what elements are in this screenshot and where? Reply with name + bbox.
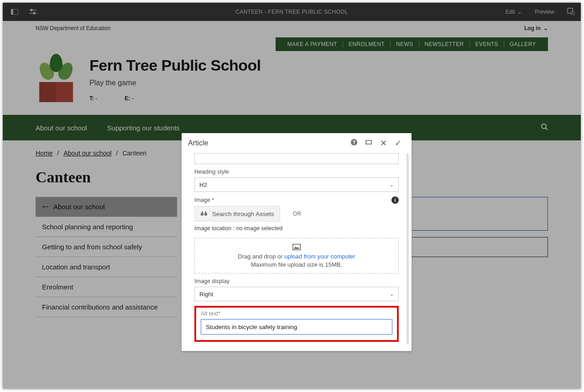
or-label: OR — [293, 211, 301, 217]
school-tagline: Play the game — [89, 79, 261, 87]
alt-text-label: Alt text* — [201, 310, 392, 317]
svg-rect-17 — [205, 211, 206, 213]
side-nav-item[interactable]: Financial contributions and assistance — [36, 297, 177, 317]
login-link[interactable]: Log in ⌄ — [524, 25, 548, 31]
side-nav-item[interactable]: Location and transport — [36, 257, 177, 277]
image-dropzone[interactable]: Drag and drop or upload from your comput… — [194, 238, 399, 273]
preview-button[interactable]: Preview — [535, 9, 554, 15]
svg-marker-19 — [294, 247, 299, 249]
search-icon[interactable] — [541, 123, 548, 133]
svg-point-9 — [542, 124, 546, 129]
drop-sub: Maximum file upload size is 15MB. — [251, 261, 342, 268]
search-assets-button[interactable]: Search through Assets — [194, 206, 280, 222]
chevron-down-icon: ⌄ — [543, 25, 548, 31]
svg-line-10 — [546, 128, 548, 130]
image-location-text: Image location : no image selected — [194, 225, 399, 232]
chevron-down-icon: ⌄ — [517, 9, 522, 15]
chevron-down-icon: ⌄ — [390, 182, 394, 188]
article-dialog: Article ? ✕ ✓ Heading style H2 ⌄ Image *… — [182, 133, 412, 351]
help-icon[interactable]: ? — [347, 139, 361, 148]
side-nav-item[interactable]: Enrolment — [36, 277, 177, 297]
title-input[interactable] — [194, 153, 399, 164]
quick-link[interactable]: EVENTS — [470, 41, 504, 47]
svg-point-3 — [31, 9, 32, 11]
phone: T: - — [89, 95, 97, 102]
crumb-current: Canteen — [122, 150, 146, 157]
quick-link[interactable]: NEWSLETTER — [419, 41, 470, 47]
select-value: Right — [199, 291, 213, 298]
edit-mode-dropdown[interactable]: Edit ⌄ — [506, 9, 522, 15]
image-display-label: Image display — [194, 278, 399, 284]
sliders-icon[interactable] — [27, 6, 38, 17]
arrow-left-icon: 🡐 — [42, 203, 49, 211]
edit-label: Edit — [506, 9, 515, 15]
alt-text-input[interactable] — [201, 319, 392, 335]
search-assets-label: Search through Assets — [212, 211, 274, 217]
quick-link[interactable]: ENROLMENT — [343, 41, 391, 47]
quick-link[interactable]: GALLERY — [504, 41, 542, 47]
page-settings-icon[interactable] — [567, 8, 574, 16]
binoculars-icon — [200, 211, 208, 217]
dialog-title: Article — [188, 139, 208, 147]
svg-rect-16 — [202, 211, 203, 213]
svg-rect-18 — [293, 244, 300, 249]
close-icon[interactable]: ✕ — [376, 138, 391, 148]
panel-toggle-icon[interactable] — [9, 6, 20, 17]
info-icon[interactable]: i — [391, 196, 399, 204]
school-logo — [36, 54, 77, 104]
heading-style-select[interactable]: H2 ⌄ — [194, 177, 399, 192]
email: E: - — [125, 95, 133, 102]
crumb-section[interactable]: About our school — [63, 150, 111, 157]
quick-link[interactable]: NEWS — [391, 41, 419, 47]
heading-style-label: Heading style — [194, 169, 399, 175]
image-label: Image * — [194, 197, 214, 203]
side-nav-label: About our school — [53, 203, 105, 211]
department-label: NSW Department of Education — [36, 25, 110, 31]
nav-item[interactable]: About our school — [36, 124, 87, 132]
svg-text:?: ? — [353, 139, 356, 145]
svg-point-8 — [572, 12, 574, 14]
quick-link[interactable]: MAKE A PAYMENT — [282, 41, 343, 47]
nav-item[interactable]: Supporting our students — [107, 124, 180, 132]
confirm-icon[interactable]: ✓ — [391, 138, 405, 148]
image-placeholder-icon — [292, 244, 301, 252]
svg-rect-1 — [11, 9, 13, 15]
chevron-down-icon: ⌄ — [390, 291, 394, 297]
crumb-home[interactable]: Home — [36, 150, 52, 157]
cms-page-title: CANTEEN - FERN TREE PUBLIC SCHOOL — [3, 9, 581, 15]
fullscreen-icon[interactable] — [361, 139, 376, 147]
select-value: H2 — [199, 181, 207, 188]
image-display-select[interactable]: Right ⌄ — [194, 287, 399, 301]
school-name: Fern Tree Public School — [89, 57, 261, 74]
svg-rect-13 — [366, 140, 371, 144]
side-nav-item[interactable]: School planning and reporting — [36, 217, 177, 237]
side-nav-back[interactable]: 🡐 About our school — [36, 197, 177, 217]
alt-text-highlight: Alt text* — [194, 306, 399, 342]
drop-text: Drag and drop or — [238, 253, 284, 260]
side-nav-item[interactable]: Getting to and from school safely — [36, 237, 177, 257]
login-label: Log in — [524, 25, 541, 31]
svg-point-5 — [33, 12, 35, 14]
side-nav: 🡐 About our school School planning and r… — [36, 197, 177, 317]
quick-links-bar: MAKE A PAYMENT ENROLMENT NEWS NEWSLETTER… — [276, 37, 548, 51]
upload-link[interactable]: upload from your computer — [284, 253, 355, 260]
